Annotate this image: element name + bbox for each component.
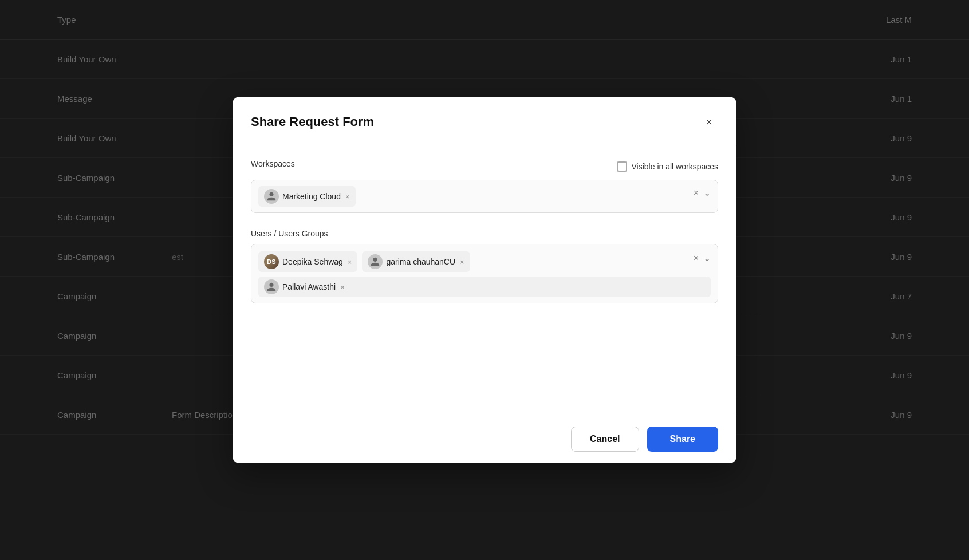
clear-icon[interactable]: × (694, 188, 699, 198)
modal-overlay: Share Request Form × Workspaces Visible … (0, 0, 969, 560)
user-tag-remove[interactable]: × (460, 258, 464, 266)
workspace-tag-name: Marketing Cloud (282, 192, 341, 201)
user-tag-name: Pallavi Awasthi (282, 282, 336, 291)
workspace-tag-avatar (264, 189, 279, 204)
clear-icon[interactable]: × (694, 253, 699, 263)
visible-all-workspaces-checkbox[interactable]: Visible in all workspaces (617, 161, 718, 172)
workspaces-label: Workspaces (251, 159, 295, 168)
user-tag-avatar: DS (264, 254, 279, 269)
close-button[interactable]: × (700, 113, 718, 131)
users-field-controls[interactable]: × ⌄ (694, 253, 711, 263)
chevron-down-icon[interactable]: ⌄ (703, 187, 711, 198)
user-tag-remove[interactable]: × (348, 258, 352, 266)
user-tag: garima chauhanCU × (362, 251, 470, 272)
workspaces-header: Workspaces Visible in all workspaces (251, 159, 718, 174)
workspace-field-controls[interactable]: × ⌄ (694, 187, 711, 198)
user-tag-avatar (368, 254, 383, 269)
user-tag-avatar (264, 279, 279, 294)
workspace-tag-remove[interactable]: × (345, 193, 350, 200)
modal-footer: Cancel Share (233, 415, 736, 463)
visible-all-workspaces-label: Visible in all workspaces (632, 162, 718, 171)
workspaces-tag-field[interactable]: Marketing Cloud × × ⌄ (251, 180, 718, 213)
workspace-tag: Marketing Cloud × (258, 186, 356, 207)
chevron-down-icon[interactable]: ⌄ (703, 253, 711, 263)
users-tag-field[interactable]: DS Deepika Sehwag × garima chauhanCU × (251, 244, 718, 303)
user-tag-name: Deepika Sehwag (282, 257, 343, 266)
share-request-form-modal: Share Request Form × Workspaces Visible … (233, 97, 736, 463)
user-tag-name: garima chauhanCU (386, 257, 455, 266)
user-tag-remove[interactable]: × (340, 283, 345, 291)
modal-title: Share Request Form (251, 115, 374, 129)
users-label: Users / Users Groups (251, 229, 718, 238)
user-tag: Pallavi Awasthi × (258, 277, 711, 297)
user-tag: DS Deepika Sehwag × (258, 251, 357, 272)
checkbox-box[interactable] (617, 161, 627, 172)
modal-header: Share Request Form × (233, 97, 736, 143)
modal-body: Workspaces Visible in all workspaces Mar… (233, 143, 736, 415)
share-button[interactable]: Share (647, 427, 718, 452)
users-section: Users / Users Groups DS Deepika Sehwag × (251, 229, 718, 303)
cancel-button[interactable]: Cancel (571, 427, 639, 452)
